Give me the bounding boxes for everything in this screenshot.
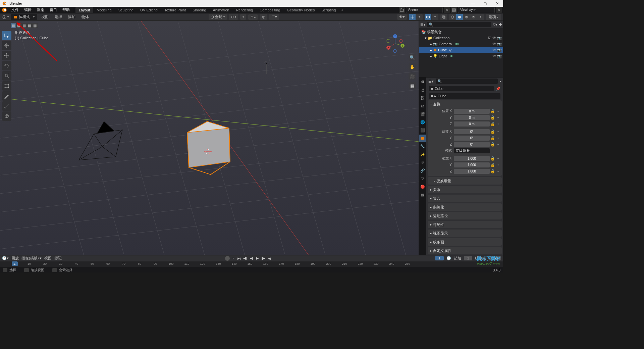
panel-collections[interactable]: ▸集合 [428, 195, 502, 202]
play-reverse-icon[interactable]: ◀ [249, 256, 254, 261]
rot-y-field[interactable]: 0° [454, 136, 490, 141]
properties-options-icon[interactable]: ▾ [500, 80, 501, 83]
tool-annotate[interactable] [2, 91, 11, 101]
gizmo-dropdown[interactable]: ▾ [416, 14, 423, 20]
menu-render[interactable]: 渲染 [34, 7, 47, 13]
tool-mode-1[interactable]: ▦ [11, 23, 16, 28]
shading-material[interactable] [463, 14, 470, 20]
outliner-filter-icon[interactable]: ▽▾ [493, 22, 497, 27]
tool-measure[interactable] [2, 101, 11, 111]
panel-instancing[interactable]: ▸实例化 [428, 203, 502, 211]
tool-mode-5[interactable]: ▦ [32, 23, 38, 28]
overlay-dropdown[interactable]: ▾ [432, 14, 438, 20]
timeline-view[interactable]: 视图 [44, 256, 52, 261]
prop-tab-scene[interactable]: 🎬 [419, 110, 426, 118]
header-object[interactable]: 物体 [79, 14, 91, 20]
lock-icon[interactable]: 🔓 [490, 109, 495, 113]
nav-zoom-icon[interactable]: 🔍 [409, 54, 416, 61]
panel-viewport-display[interactable]: ▸视图显示 [428, 230, 502, 237]
prop-tab-modifiers[interactable]: 🔧 [419, 143, 426, 150]
tab-shading[interactable]: Shading [189, 7, 209, 13]
close-button[interactable]: ✕ [491, 0, 503, 7]
3d-viewport[interactable]: ▦ ▦ ▦ ▦ ▦ 用户透视 (1) Collection | Cube [0, 21, 419, 255]
prop-tab-viewlayer[interactable]: 🗂 [419, 102, 426, 110]
lock-icon[interactable]: 🔓 [490, 115, 495, 120]
nav-gizmo[interactable]: Y X Z [385, 34, 405, 54]
outliner-search[interactable]: 🔍 [427, 22, 491, 27]
options-dropdown[interactable]: 选项 ▾ [486, 14, 501, 20]
tool-mode-2[interactable]: ▦ [16, 23, 21, 28]
exclude-checkbox[interactable]: ☑ [488, 36, 491, 40]
outliner-row-camera[interactable]: ▸ 📷 Camera 👁📷 [419, 41, 503, 47]
menu-file[interactable]: 文件 [9, 7, 21, 13]
snap-dropdown[interactable]: ⫚▾ [248, 14, 258, 20]
shading-dropdown[interactable]: ▾ [477, 14, 484, 20]
nav-pan-icon[interactable]: ✋ [409, 63, 416, 70]
orientation-dropdown[interactable]: 全局▾ [209, 14, 227, 20]
timeline-type-icon[interactable]: 🕐▾ [2, 256, 9, 260]
panel-lineart[interactable]: ▸线条画 [428, 238, 502, 246]
render-icon[interactable]: 📷 [497, 42, 502, 46]
render-icon[interactable]: 📷 [497, 54, 502, 58]
start-frame-field[interactable]: 1 [464, 256, 473, 260]
tab-uv-editing[interactable]: UV Editing [137, 7, 161, 13]
menu-window[interactable]: 窗口 [47, 7, 60, 13]
editor-type-icon[interactable]: ▾ [2, 15, 9, 19]
prop-tab-texture[interactable]: ▩ [419, 191, 426, 198]
prop-tab-output[interactable]: 🖼 [419, 94, 426, 102]
prop-tab-object[interactable] [419, 135, 426, 142]
panel-transform-header[interactable]: ▾变换 [428, 100, 502, 108]
header-select[interactable]: 选择 [53, 14, 64, 20]
nav-perspective-icon[interactable]: ▦ [409, 82, 416, 89]
render-icon[interactable]: 📷 [497, 36, 502, 40]
autokey-toggle[interactable] [225, 256, 230, 261]
scene-field[interactable]: Scene [406, 7, 443, 13]
maximize-button[interactable]: ▢ [479, 0, 491, 7]
tab-scripting[interactable]: Scripting [318, 7, 339, 13]
tool-scale[interactable] [2, 71, 11, 81]
scene-browse-icon[interactable] [399, 7, 405, 13]
header-add[interactable]: 添加 [66, 14, 77, 20]
minimize-button[interactable]: — [467, 0, 479, 7]
proportional-toggle[interactable]: ◎ [260, 14, 267, 20]
panel-custom-props[interactable]: ▸自定义属性 [428, 247, 502, 254]
scale-y-field[interactable]: 1.000 [454, 162, 490, 167]
xray-toggle[interactable] [440, 14, 447, 20]
tab-geometry-nodes[interactable]: Geometry Nodes [283, 7, 318, 13]
tool-move[interactable] [2, 51, 11, 60]
loc-x-field[interactable]: 0 m [454, 109, 490, 114]
panel-delta-transform[interactable]: ▸变换增量 [428, 177, 502, 185]
shading-rendered[interactable] [470, 14, 477, 20]
outliner-scene-collection[interactable]: 📚 场景集合 [419, 29, 503, 35]
prop-tab-material[interactable]: 🔴 [419, 183, 426, 190]
tool-cursor[interactable] [2, 41, 11, 50]
tool-add-cube[interactable] [2, 111, 11, 121]
scale-x-field[interactable]: 1.000 [454, 156, 490, 161]
prop-tab-tool[interactable]: 🛠 [419, 78, 426, 86]
eye-icon[interactable]: 👁 [492, 36, 496, 40]
timeline-ruler[interactable]: 1 01020304050607080901001101201301401501… [0, 261, 503, 267]
show-gizmo-toggle[interactable] [409, 14, 416, 20]
loc-y-field[interactable]: 0 m [454, 115, 490, 120]
loc-z-field[interactable]: 0 m [454, 121, 490, 127]
show-overlay-toggle[interactable] [425, 14, 431, 20]
lock-icon[interactable]: 🔓 [490, 136, 495, 140]
lock-icon[interactable]: 🔓 [490, 129, 495, 134]
tab-modeling[interactable]: Modeling [93, 7, 115, 13]
next-key-icon[interactable]: |▶ [261, 256, 266, 261]
timeline-playback[interactable]: 回放 [11, 256, 19, 261]
pivot-dropdown[interactable]: ⊙▾ [229, 14, 238, 20]
panel-motion-paths[interactable]: ▸运动路径 [428, 212, 502, 219]
add-workspace-button[interactable]: + [339, 8, 345, 12]
lock-icon[interactable]: 🔓 [490, 169, 495, 173]
lock-icon[interactable]: 🔓 [490, 156, 495, 161]
tab-sculpting[interactable]: Sculpting [115, 7, 137, 13]
blender-icon[interactable] [1, 7, 7, 13]
properties-type-icon[interactable]: ☰▾ [428, 79, 434, 84]
eye-icon[interactable]: 👁 [492, 54, 496, 58]
end-frame-field[interactable]: 250 [489, 256, 501, 260]
snap-toggle[interactable]: ⌖ [240, 14, 246, 20]
header-view[interactable]: 视图 [39, 14, 51, 20]
play-icon[interactable]: ▶ [255, 256, 260, 261]
eye-icon[interactable]: 👁 [492, 42, 496, 46]
